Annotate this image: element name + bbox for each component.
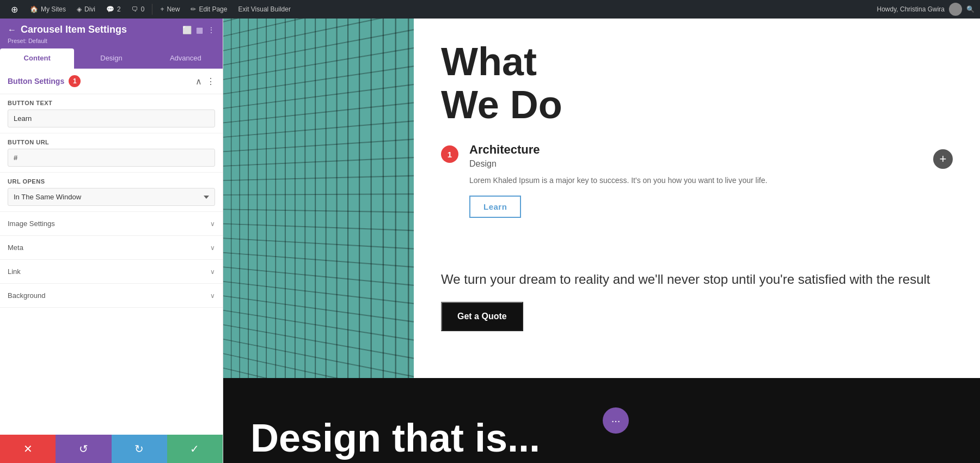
tab-advanced-label: Advanced xyxy=(170,54,201,62)
tab-advanced[interactable]: Advanced xyxy=(149,48,223,69)
back-arrow-icon[interactable]: ← xyxy=(8,25,16,35)
bottom-big-text: Design that is... xyxy=(250,418,540,458)
button-text-input[interactable] xyxy=(8,109,215,127)
replies-icon: 🗨 xyxy=(132,5,138,13)
panel-title-left: ← Carousel Item Settings xyxy=(8,24,127,35)
redo-icon: ↻ xyxy=(134,442,144,455)
hero-big-text: WhatWe Do xyxy=(441,40,953,126)
canvas-area: WhatWe Do 1 Architecture Design Lorem Kh… xyxy=(223,19,980,463)
hero-section: WhatWe Do 1 Architecture Design Lorem Kh… xyxy=(223,19,980,378)
collapse-button-settings-icon[interactable]: ∧ xyxy=(195,76,202,87)
search-icon[interactable]: 🔍 xyxy=(966,5,975,13)
user-greeting: Howdy, Christina Gwira xyxy=(877,5,945,13)
building-grid-overlay xyxy=(223,19,414,378)
new-label: New xyxy=(167,5,180,13)
panel-layout-icon[interactable]: ▦ xyxy=(196,26,203,34)
tab-content-label: Content xyxy=(24,54,51,62)
tab-content[interactable]: Content xyxy=(0,48,74,69)
url-opens-label: Url Opens xyxy=(8,178,215,185)
building-image xyxy=(223,19,414,378)
my-sites-label: My Sites xyxy=(41,5,66,13)
learn-button[interactable]: Learn xyxy=(469,196,521,218)
button-settings-section-header: Button Settings 1 ∧ ⋮ xyxy=(0,69,223,94)
my-sites-item[interactable]: 🏠 My Sites xyxy=(24,0,71,19)
badge-number: 1 xyxy=(73,77,77,85)
cancel-button[interactable]: ✕ xyxy=(0,435,56,463)
preset-label[interactable]: Preset: Default xyxy=(8,38,215,44)
background-chevron: ∨ xyxy=(210,292,215,300)
more-options-icon[interactable]: ⋮ xyxy=(207,26,215,34)
image-settings-chevron: ∨ xyxy=(210,220,215,228)
hero-badge-number: 1 xyxy=(448,150,452,159)
panel-title: Carousel Item Settings xyxy=(21,24,127,35)
button-settings-title: Button Settings 1 xyxy=(8,75,81,87)
hero-image-side xyxy=(223,19,414,378)
card-title: Architecture xyxy=(469,143,922,157)
meta-chevron: ∨ xyxy=(210,244,215,252)
add-item-button[interactable]: + xyxy=(933,149,953,169)
button-url-field: Button URL xyxy=(0,133,223,173)
background-section[interactable]: Background ∨ xyxy=(0,284,223,308)
save-icon: ✓ xyxy=(190,442,199,455)
url-opens-select[interactable]: In The Same Window In A New Tab xyxy=(8,188,215,206)
home-icon: 🏠 xyxy=(30,5,38,13)
card-content: Architecture Design Lorem Khaled Ipsum i… xyxy=(469,143,922,217)
tagline-text: We turn your dream to reality and we'll … xyxy=(441,270,953,289)
divi-item[interactable]: ◈ Divi xyxy=(71,0,101,19)
panel-content: Button Settings 1 ∧ ⋮ Button Text Button… xyxy=(0,69,223,435)
learn-button-label: Learn xyxy=(483,202,507,211)
undo-button[interactable]: ↺ xyxy=(56,435,111,463)
panel-footer: ✕ ↺ ↻ ✓ xyxy=(0,435,223,463)
tab-design[interactable]: Design xyxy=(74,48,148,69)
link-chevron: ∨ xyxy=(210,268,215,276)
edit-icon: ✏ xyxy=(191,5,196,13)
button-text-label: Button Text xyxy=(8,100,215,106)
button-settings-badge: 1 xyxy=(69,75,81,87)
more-button-settings-icon[interactable]: ⋮ xyxy=(206,76,215,87)
meta-section[interactable]: Meta ∨ xyxy=(0,236,223,260)
image-settings-section[interactable]: Image Settings ∨ xyxy=(0,212,223,236)
card-body: Lorem Khaled Ipsum is a major key to suc… xyxy=(469,174,922,186)
edit-page-label: Edit Page xyxy=(199,5,227,13)
new-icon: + xyxy=(160,5,164,13)
background-label: Background xyxy=(8,291,45,300)
exit-visual-builder-item[interactable]: Exit Visual Builder xyxy=(232,0,296,19)
wp-admin-bar: ⊕ 🏠 My Sites ◈ Divi 💬 2 🗨 0 + New ✏ Edit… xyxy=(0,0,980,19)
save-button[interactable]: ✓ xyxy=(167,435,223,463)
exit-vb-label: Exit Visual Builder xyxy=(238,5,291,13)
replies-count: 0 xyxy=(141,5,145,13)
purple-options-button[interactable]: ··· xyxy=(603,407,629,434)
panel-header: ← Carousel Item Settings ⬜ ▦ ⋮ Preset: D… xyxy=(0,19,223,48)
tab-design-label: Design xyxy=(100,54,122,62)
wp-logo-item[interactable]: ⊕ xyxy=(5,0,24,19)
hero-card-area: 1 Architecture Design Lorem Khaled Ipsum… xyxy=(441,143,953,217)
panel-tabs: Content Design Advanced xyxy=(0,48,223,69)
button-url-label: Button URL xyxy=(8,139,215,145)
comments-item[interactable]: 💬 2 xyxy=(101,0,126,19)
divi-label: Divi xyxy=(84,5,95,13)
bottom-section: Design that is... ··· xyxy=(223,378,980,463)
redo-button[interactable]: ↻ xyxy=(112,435,167,463)
canvas-inner: WhatWe Do 1 Architecture Design Lorem Kh… xyxy=(223,19,980,463)
new-item[interactable]: + New xyxy=(155,0,185,19)
right-side-content: We turn your dream to reality and we'll … xyxy=(441,245,953,356)
edit-page-item[interactable]: ✏ Edit Page xyxy=(185,0,232,19)
button-url-input[interactable] xyxy=(8,149,215,167)
link-section[interactable]: Link ∨ xyxy=(0,260,223,284)
replies-item[interactable]: 🗨 0 xyxy=(126,0,150,19)
get-quote-button[interactable]: Get a Quote xyxy=(441,302,523,331)
get-quote-label: Get a Quote xyxy=(457,312,507,321)
hero-text-side: WhatWe Do 1 Architecture Design Lorem Kh… xyxy=(414,19,980,378)
link-label: Link xyxy=(8,267,21,276)
hero-card-badge: 1 xyxy=(441,145,458,163)
panel-icons: ⬜ ▦ ⋮ xyxy=(182,26,215,34)
section-icons: ∧ ⋮ xyxy=(195,76,215,87)
avatar[interactable] xyxy=(949,3,962,16)
cancel-icon: ✕ xyxy=(23,442,33,455)
bar-separator xyxy=(152,4,152,15)
comments-count: 2 xyxy=(117,5,121,13)
fullscreen-icon[interactable]: ⬜ xyxy=(182,26,192,34)
divi-icon: ◈ xyxy=(77,5,82,13)
image-settings-label: Image Settings xyxy=(8,220,55,228)
card-subtitle: Design xyxy=(469,159,922,169)
